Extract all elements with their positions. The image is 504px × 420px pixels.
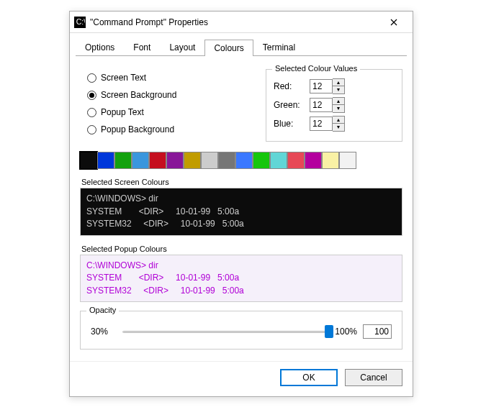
radio-screen-background[interactable]: Screen Background	[87, 90, 256, 100]
popup-preview: C:\WINDOWS> dir SYSTEM <DIR> 10-01-99 5:…	[81, 255, 402, 302]
opacity-legend: Opacity	[86, 306, 119, 314]
cancel-button[interactable]: Cancel	[345, 369, 402, 386]
red-down[interactable]: ▼	[333, 86, 344, 93]
close-button[interactable]	[379, 12, 408, 32]
green-spinner[interactable]: ▲▼	[310, 97, 345, 113]
tab-bar: Options Font Layout Colours Terminal	[76, 39, 407, 56]
tab-body: Screen Text Screen Background Popup Text…	[70, 56, 413, 357]
swatch-8[interactable]	[218, 152, 235, 169]
swatch-2[interactable]	[114, 152, 132, 169]
red-spinner[interactable]: ▲▼	[310, 78, 345, 94]
blue-label: Blue:	[274, 119, 310, 129]
swatch-11[interactable]	[270, 152, 287, 169]
green-down[interactable]: ▼	[333, 105, 344, 112]
radio-screen-text[interactable]: Screen Text	[87, 73, 256, 83]
ok-button[interactable]: OK	[280, 369, 338, 386]
red-input[interactable]	[310, 79, 333, 93]
swatch-15[interactable]	[339, 152, 356, 169]
blue-input[interactable]	[310, 117, 333, 131]
window-title: "Command Prompt" Properties	[90, 17, 379, 27]
popup-preview-legend: Selected Popup Colours	[81, 245, 402, 253]
red-up[interactable]: ▲	[333, 79, 344, 86]
dialog-buttons: OK Cancel	[70, 361, 413, 396]
swatch-5[interactable]	[166, 152, 184, 169]
swatch-14[interactable]	[322, 152, 339, 169]
swatch-6[interactable]	[184, 152, 201, 169]
swatch-10[interactable]	[253, 152, 270, 169]
screen-preview-section: Selected Screen Colours C:\WINDOWS> dir …	[80, 178, 402, 236]
screen-preview-legend: Selected Screen Colours	[81, 178, 402, 186]
radio-popup-text[interactable]: Popup Text	[87, 107, 256, 117]
swatch-12[interactable]	[287, 152, 305, 169]
swatch-4[interactable]	[149, 152, 166, 169]
target-radio-group: Screen Text Screen Background Popup Text…	[80, 63, 256, 142]
swatch-0[interactable]	[80, 152, 97, 169]
radio-label: Screen Background	[101, 90, 176, 100]
opacity-slider[interactable]	[122, 327, 329, 337]
radio-label: Popup Text	[101, 107, 144, 117]
opacity-max-label: 100%	[335, 327, 357, 337]
tab-terminal[interactable]: Terminal	[253, 39, 305, 55]
green-up[interactable]: ▲	[333, 98, 344, 105]
red-label: Red:	[274, 81, 310, 91]
opacity-input[interactable]	[363, 324, 392, 339]
palette	[80, 152, 402, 169]
colour-values-fieldset: Selected Colour Values Red: ▲▼ Green: ▲▼	[266, 69, 402, 142]
properties-dialog: C:\ "Command Prompt" Properties Options …	[69, 11, 413, 397]
blue-down[interactable]: ▼	[333, 124, 344, 131]
tab-options[interactable]: Options	[76, 39, 124, 55]
cmd-icon: C:\	[74, 17, 86, 28]
swatch-1[interactable]	[97, 152, 114, 169]
swatch-13[interactable]	[305, 152, 322, 169]
swatch-7[interactable]	[201, 152, 218, 169]
radio-icon	[87, 108, 96, 117]
radio-icon	[87, 125, 96, 134]
tab-colours[interactable]: Colours	[204, 40, 253, 56]
tab-layout[interactable]: Layout	[160, 39, 204, 55]
blue-up[interactable]: ▲	[333, 117, 344, 124]
screen-preview: C:\WINDOWS> dir SYSTEM <DIR> 10-01-99 5:…	[81, 188, 402, 235]
colour-values-legend: Selected Colour Values	[272, 64, 360, 73]
green-input[interactable]	[310, 98, 333, 112]
radio-icon	[87, 73, 96, 83]
slider-thumb[interactable]	[325, 325, 333, 338]
opacity-section: Opacity 30% 100%	[80, 311, 402, 350]
popup-preview-section: Selected Popup Colours C:\WINDOWS> dir S…	[80, 245, 402, 303]
titlebar: C:\ "Command Prompt" Properties	[70, 12, 413, 33]
svg-text:C:\: C:\	[76, 17, 85, 26]
tab-font[interactable]: Font	[124, 39, 160, 55]
green-label: Green:	[274, 100, 310, 110]
opacity-min-label: 30%	[91, 327, 117, 337]
radio-label: Popup Background	[101, 124, 174, 134]
swatch-3[interactable]	[132, 152, 149, 169]
swatch-9[interactable]	[235, 152, 253, 169]
radio-icon	[87, 91, 96, 100]
blue-spinner[interactable]: ▲▼	[310, 116, 345, 132]
radio-label: Screen Text	[101, 73, 146, 83]
radio-popup-background[interactable]: Popup Background	[87, 124, 256, 134]
